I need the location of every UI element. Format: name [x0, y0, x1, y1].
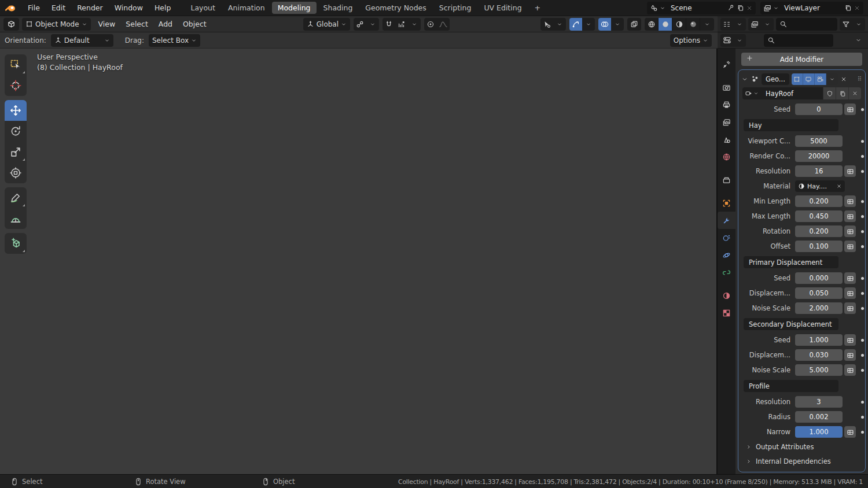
decorator-dot[interactable] [861, 416, 864, 419]
properties-search-input[interactable] [764, 34, 833, 47]
add-workspace-button[interactable]: + [529, 2, 546, 14]
input-attribute-toggle[interactable] [844, 272, 856, 284]
pivot-point-selector[interactable] [354, 18, 379, 31]
section-header[interactable]: Primary Displacement [744, 256, 838, 268]
scene-selector[interactable]: Scene [647, 2, 756, 14]
decorator-dot[interactable] [861, 369, 864, 372]
workspace-tab-uv-editing[interactable]: UV Editing [478, 2, 527, 14]
properties-tab-view-layer[interactable] [718, 113, 735, 131]
properties-tab-object[interactable] [718, 194, 735, 212]
outliner-filter-button[interactable] [840, 18, 865, 31]
value-field-min-length[interactable]: 0.200 [795, 195, 843, 207]
xray-toggle[interactable] [627, 18, 641, 31]
menu-file[interactable]: File [22, 1, 46, 16]
decorator-dot[interactable] [861, 401, 864, 404]
input-attribute-toggle[interactable] [844, 103, 856, 115]
overlays-toggle[interactable] [598, 18, 624, 31]
value-field-viewport-c-[interactable]: 5000 [795, 135, 843, 147]
value-field-max-length[interactable]: 0.450 [795, 210, 843, 222]
input-attribute-toggle[interactable] [844, 210, 856, 222]
decorator-dot[interactable] [861, 200, 864, 203]
properties-tab-tool[interactable] [718, 56, 735, 73]
tool-rotate[interactable] [5, 121, 27, 142]
input-attribute-toggle[interactable] [844, 225, 856, 237]
tool-transform[interactable] [5, 162, 27, 183]
menu-render[interactable]: Render [71, 1, 109, 16]
decorator-dot[interactable] [861, 170, 864, 173]
blender-logo[interactable] [5, 3, 16, 13]
value-field-seed[interactable]: 0 [795, 103, 843, 115]
tool-cursor[interactable] [5, 75, 27, 96]
view-layer-selector[interactable]: ViewLayer [760, 2, 863, 14]
input-attribute-toggle[interactable] [844, 364, 856, 376]
properties-tab-render[interactable] [718, 79, 735, 96]
properties-tab-physics[interactable] [718, 246, 735, 264]
value-field-seed[interactable]: 1.000 [795, 334, 843, 346]
section-header[interactable]: Secondary Displacement [744, 318, 838, 330]
value-field-seed[interactable]: 0.000 [795, 272, 843, 284]
menu-window[interactable]: Window [109, 1, 149, 16]
pin-icon[interactable] [727, 4, 735, 12]
tool-move[interactable] [5, 100, 27, 121]
shading-dropdown[interactable] [700, 18, 714, 31]
properties-tab-output[interactable] [718, 96, 735, 113]
chevron-down-icon[interactable] [855, 37, 862, 43]
scene-name[interactable]: Scene [667, 4, 726, 12]
view-layer-name[interactable]: ViewLayer [781, 4, 843, 12]
decorator-dot[interactable] [861, 245, 864, 248]
viewport-menu-select[interactable]: Select [120, 17, 153, 32]
tool-scale[interactable] [5, 142, 27, 162]
snapping-controls[interactable] [382, 18, 421, 31]
close-icon[interactable] [746, 5, 753, 12]
properties-tab-particles[interactable] [718, 229, 735, 246]
menu-help[interactable]: Help [149, 1, 177, 16]
gizmos-toggle[interactable] [569, 18, 595, 31]
workspace-tab-geometry-nodes[interactable]: Geometry Nodes [359, 2, 432, 14]
input-attribute-toggle[interactable] [844, 195, 856, 207]
add-modifier-button[interactable]: Add Modifier [741, 53, 862, 66]
decorator-dot[interactable] [861, 354, 864, 357]
value-field-noise-scale[interactable]: 2.000 [795, 302, 843, 314]
workspace-tab-shading[interactable]: Shading [318, 2, 359, 14]
decorator-dot[interactable] [861, 292, 864, 295]
material-selector[interactable]: Hay.... [795, 180, 845, 192]
properties-tab-collection[interactable] [718, 171, 735, 188]
value-field-render-co-[interactable]: 20000 [795, 150, 843, 162]
viewport-menu-add[interactable]: Add [153, 17, 178, 32]
modifier-name[interactable]: Geo... [762, 73, 789, 85]
menu-edit[interactable]: Edit [46, 1, 71, 16]
properties-tab-modifiers[interactable] [718, 212, 735, 229]
input-attribute-toggle[interactable] [844, 287, 856, 299]
decorator-dot[interactable] [861, 339, 864, 342]
viewport-menu-object[interactable]: Object [178, 17, 212, 32]
outliner-filter-mode[interactable] [748, 18, 774, 31]
proportional-editing-controls[interactable] [424, 18, 450, 31]
value-field-offset[interactable]: 0.100 [795, 241, 843, 252]
workspace-tab-animation[interactable]: Animation [222, 2, 271, 14]
decorator-dot[interactable] [861, 215, 864, 218]
editor-type-button[interactable] [3, 18, 19, 31]
close-icon[interactable] [840, 76, 847, 83]
workspace-tab-scripting[interactable]: Scripting [433, 2, 477, 14]
copy-icon[interactable] [737, 4, 744, 12]
modifier-extras-dropdown[interactable] [826, 73, 838, 85]
node-group-name[interactable]: HayRoof [761, 87, 823, 99]
value-field-displacem-[interactable]: 0.030 [795, 349, 843, 361]
copy-icon[interactable] [844, 4, 852, 12]
close-icon[interactable] [836, 183, 842, 189]
chevron-down-icon[interactable] [741, 76, 748, 83]
value-field-rotation[interactable]: 0.200 [795, 225, 843, 237]
decorator-dot[interactable] [861, 277, 864, 280]
decorator-dot[interactable] [861, 108, 864, 111]
close-icon[interactable] [854, 5, 860, 12]
decorator-dot[interactable] [861, 307, 864, 310]
value-field-radius[interactable]: 0.002 [795, 411, 843, 423]
decorator-dot[interactable] [861, 230, 864, 233]
value-field-resolution[interactable]: 16 [795, 165, 843, 177]
input-attribute-toggle[interactable] [844, 426, 856, 438]
properties-tab-texture[interactable] [718, 304, 735, 321]
value-field-displacem-[interactable]: 0.050 [795, 287, 843, 299]
collapsed-panel-internal-dependencies[interactable]: Internal Dependencies [738, 454, 865, 468]
decorator-dot[interactable] [861, 431, 864, 434]
input-attribute-toggle[interactable] [844, 334, 856, 346]
